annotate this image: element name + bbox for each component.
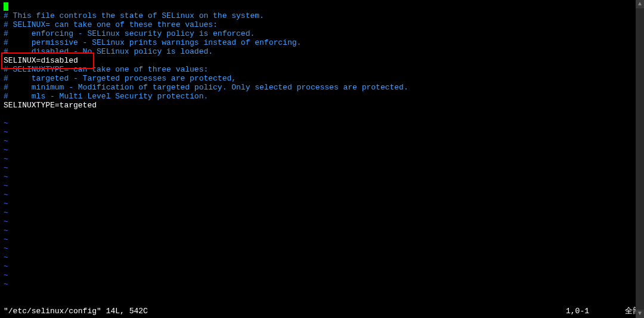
- tilde-line: ~: [4, 271, 632, 280]
- status-file-info: "/etc/selinux/config" 14L, 542C: [4, 307, 148, 316]
- editor-line: # permissive - SELinux prints warnings i…: [4, 38, 632, 47]
- tilde-lines-container: ~~~~~~~~~~~~~~~~~~~: [4, 119, 632, 289]
- tilde-line: ~: [4, 253, 632, 262]
- cursor-block: [4, 2, 8, 11]
- tilde-line: ~: [4, 235, 632, 244]
- editor-line: # minimum - Modification of targeted pol…: [4, 83, 632, 92]
- editor-line: # enforcing - SELinux security policy is…: [4, 29, 632, 38]
- editor-line: # disabled - No SELinux policy is loaded…: [4, 47, 632, 56]
- tilde-line: ~: [4, 146, 632, 155]
- tilde-line: ~: [4, 190, 632, 199]
- tilde-line: ~: [4, 181, 632, 190]
- editor-line-config: SELINUX=disabled: [4, 56, 632, 65]
- editor-line: # SELINUXTYPE= can take one of three val…: [4, 65, 632, 74]
- tilde-line: ~: [4, 217, 632, 226]
- terminal-editor[interactable]: # This file controls the state of SELinu…: [0, 0, 644, 318]
- tilde-line: ~: [4, 208, 632, 217]
- tilde-line: ~: [4, 262, 632, 271]
- vertical-scrollbar[interactable]: ▲ ▼: [636, 0, 644, 318]
- editor-line: # SELINUX= can take one of these three v…: [4, 20, 632, 29]
- editor-line: # This file controls the state of SELinu…: [4, 11, 632, 20]
- editor-empty-line: [4, 110, 632, 119]
- tilde-line: ~: [4, 280, 632, 289]
- editor-content[interactable]: # This file controls the state of SELinu…: [4, 2, 632, 289]
- tilde-line: ~: [4, 128, 632, 137]
- tilde-line: ~: [4, 119, 632, 128]
- scroll-up-arrow[interactable]: ▲: [636, 0, 644, 8]
- tilde-line: ~: [4, 172, 632, 181]
- scroll-down-arrow[interactable]: ▼: [636, 310, 644, 318]
- tilde-line: ~: [4, 155, 632, 163]
- tilde-line: ~: [4, 244, 632, 253]
- editor-line-config: SELINUXTYPE=targeted: [4, 101, 632, 110]
- editor-line: # mls - Multi Level Security protection.: [4, 92, 632, 101]
- tilde-line: ~: [4, 137, 632, 146]
- vim-status-bar: "/etc/selinux/config" 14L, 542C 1,0-1 全部: [4, 307, 640, 316]
- editor-line: # targeted - Targeted processes are prot…: [4, 74, 632, 83]
- tilde-line: ~: [4, 163, 632, 172]
- status-cursor-position: 1,0-1: [566, 307, 589, 316]
- tilde-line: ~: [4, 199, 632, 208]
- editor-line-cursor: [4, 2, 632, 11]
- tilde-line: ~: [4, 226, 632, 235]
